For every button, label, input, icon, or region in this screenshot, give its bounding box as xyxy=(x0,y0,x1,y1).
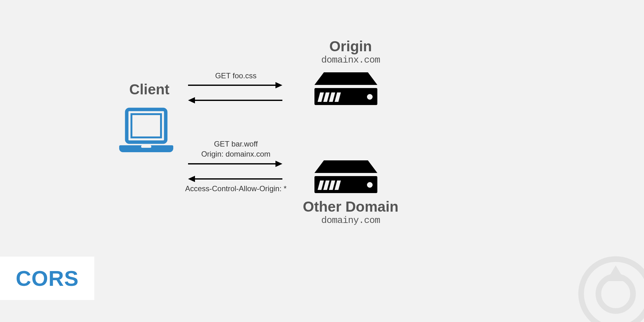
svg-rect-1 xyxy=(131,114,161,137)
arrow-resp1 xyxy=(188,96,282,105)
origin-domain: domainx.com xyxy=(303,55,398,65)
svg-rect-2 xyxy=(141,145,151,148)
server-icon-other xyxy=(314,160,377,195)
svg-marker-12 xyxy=(188,97,195,103)
origin-title: Origin xyxy=(303,38,398,55)
svg-marker-25 xyxy=(606,265,625,281)
other-title: Other Domain xyxy=(297,198,404,215)
cors-banner: CORS xyxy=(0,257,94,300)
server-icon-origin xyxy=(314,72,377,107)
req2-line1: GET bar.woff xyxy=(189,140,283,148)
arrow-resp2 xyxy=(188,174,282,184)
req1-label: GET foo.css xyxy=(195,71,277,80)
cors-title: CORS xyxy=(16,266,79,291)
arrow-req1 xyxy=(188,80,282,90)
client-label: Client xyxy=(118,81,181,98)
svg-point-22 xyxy=(367,182,373,188)
watermark-logo xyxy=(575,253,644,322)
arrow-req2 xyxy=(188,159,282,169)
other-domain: domainy.com xyxy=(297,215,404,226)
svg-marker-16 xyxy=(188,176,195,182)
req2-line2: Origin: domainx.com xyxy=(189,150,283,158)
svg-marker-14 xyxy=(275,161,282,167)
laptop-icon xyxy=(118,107,175,153)
svg-marker-10 xyxy=(275,82,282,88)
svg-point-24 xyxy=(598,276,633,311)
resp2-label: Access-Control-Allow-Origin: * xyxy=(173,184,299,193)
svg-point-8 xyxy=(367,94,373,100)
